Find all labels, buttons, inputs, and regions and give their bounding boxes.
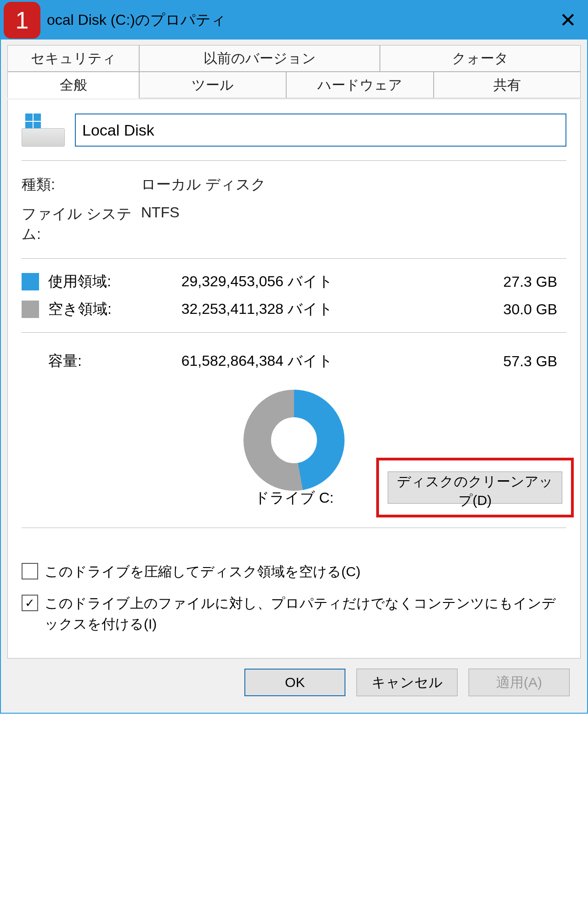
free-bytes: 32,253,411,328 バイト [140,299,351,319]
titlebar[interactable]: ocal Disk (C:)のプロパティ ✕ [1,1,587,40]
used-swatch-icon [22,273,39,290]
filesystem-label: ファイル システム: [22,204,141,244]
tab-sharing[interactable]: 共有 [434,72,581,98]
tab-previous-versions[interactable]: 以前のバージョン [139,45,380,72]
tab-hardware[interactable]: ハードウェア [286,72,433,98]
compress-label: このドライブを圧縮してディスク領域を空ける(C) [45,561,361,582]
type-label: 種類: [22,175,141,195]
capacity-label: 容量: [22,351,140,371]
tab-tools[interactable]: ツール [139,72,286,98]
client-area: セキュリティ 以前のバージョン クォータ 全般 ツール ハードウェア 共有 [1,40,587,713]
ok-button[interactable]: OK [244,669,345,696]
cleanup-highlight: ディスクのクリーンアップ(D) [376,458,574,517]
general-panel: 種類: ローカル ディスク ファイル システム: NTFS 使用領域: 29,3… [7,100,581,659]
divider [22,160,566,161]
cancel-button[interactable]: キャンセル [356,669,458,696]
free-label: 空き領域: [48,299,140,319]
properties-dialog: 1 ocal Disk (C:)のプロパティ ✕ セキュリティ 以前のバージョン… [0,0,588,714]
drive-icon [22,114,64,147]
usage-pie-chart [243,390,345,491]
used-human: 27.3 GB [351,273,566,290]
capacity-human: 57.3 GB [351,353,566,370]
divider [22,258,566,259]
tab-quota[interactable]: クォータ [380,45,581,72]
used-label: 使用領域: [48,272,140,292]
divider [22,528,566,528]
volume-name-input[interactable] [75,114,566,147]
close-icon[interactable]: ✕ [554,10,582,30]
capacity-bytes: 61,582,864,384 バイト [140,351,351,371]
step-badge: 1 [4,2,40,39]
filesystem-value: NTFS [141,204,566,244]
tab-strip: セキュリティ 以前のバージョン クォータ 全般 ツール ハードウェア 共有 [7,45,581,100]
disk-cleanup-button[interactable]: ディスクのクリーンアップ(D) [388,471,562,504]
drive-label: ドライブ C: [254,488,334,508]
used-bytes: 29,329,453,056 バイト [140,272,351,292]
index-checkbox[interactable]: ✓ [22,595,38,611]
apply-button[interactable]: 適用(A) [469,669,570,696]
free-human: 30.0 GB [351,301,566,318]
type-value: ローカル ディスク [141,175,566,195]
divider [22,332,566,333]
compress-checkbox[interactable] [22,563,38,579]
tab-security[interactable]: セキュリティ [7,45,139,72]
index-label: このドライブ上のファイルに対し、プロパティだけでなくコンテンツにもインデックスを… [45,593,566,634]
free-swatch-icon [22,301,39,318]
dialog-buttons: OK キャンセル 適用(A) [7,659,581,706]
tab-general[interactable]: 全般 [7,72,139,98]
